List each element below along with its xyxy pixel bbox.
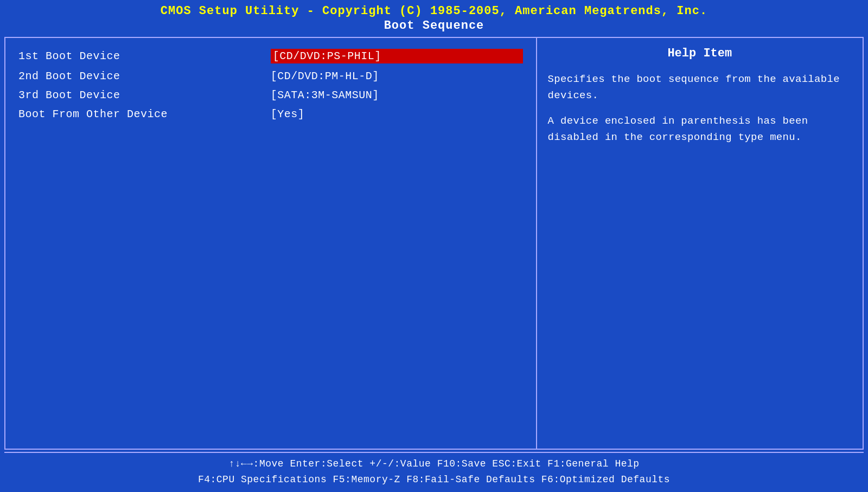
settings-value-3[interactable]: [SATA:3M-SAMSUN] — [271, 89, 523, 101]
settings-row-2[interactable]: 2nd Boot Device[CD/DVD:PM-HL-D] — [18, 68, 523, 85]
title-bar: CMOS Setup Utility - Copyright (C) 1985-… — [0, 0, 868, 35]
footer: ↑↓←→:Move Enter:Select +/-/:Value F10:Sa… — [4, 452, 864, 490]
settings-panel: 1st Boot Device[CD/DVD:PS-PHIL]2nd Boot … — [5, 38, 537, 449]
help-panel: Help Item Specifies the boot sequence fr… — [537, 38, 863, 449]
settings-value-1[interactable]: [CD/DVD:PS-PHIL] — [271, 49, 523, 63]
help-text: Specifies the boot sequence from the ava… — [548, 71, 852, 146]
footer-line1: ↑↓←→:Move Enter:Select +/-/:Value F10:Sa… — [9, 456, 859, 472]
settings-label-3: 3rd Boot Device — [18, 89, 271, 101]
settings-value-4[interactable]: [Yes] — [271, 108, 523, 120]
settings-label-4: Boot From Other Device — [18, 108, 271, 120]
settings-row-1[interactable]: 1st Boot Device[CD/DVD:PS-PHIL] — [18, 47, 523, 66]
help-title: Help Item — [548, 47, 852, 60]
help-paragraph-1: Specifies the boot sequence from the ava… — [548, 71, 852, 104]
settings-label-2: 2nd Boot Device — [18, 70, 271, 82]
screen-title: Boot Sequence — [0, 19, 868, 33]
footer-line2: F4:CPU Specifications F5:Memory-Z F8:Fai… — [9, 472, 859, 488]
settings-row-4[interactable]: Boot From Other Device[Yes] — [18, 106, 523, 123]
help-paragraph-2: A device enclosed in parenthesis has bee… — [548, 113, 852, 146]
main-content: 1st Boot Device[CD/DVD:PS-PHIL]2nd Boot … — [4, 37, 864, 450]
app-title: CMOS Setup Utility - Copyright (C) 1985-… — [0, 4, 868, 18]
settings-label-1: 1st Boot Device — [18, 50, 271, 62]
settings-row-3[interactable]: 3rd Boot Device[SATA:3M-SAMSUN] — [18, 87, 523, 104]
settings-value-2[interactable]: [CD/DVD:PM-HL-D] — [271, 70, 523, 82]
